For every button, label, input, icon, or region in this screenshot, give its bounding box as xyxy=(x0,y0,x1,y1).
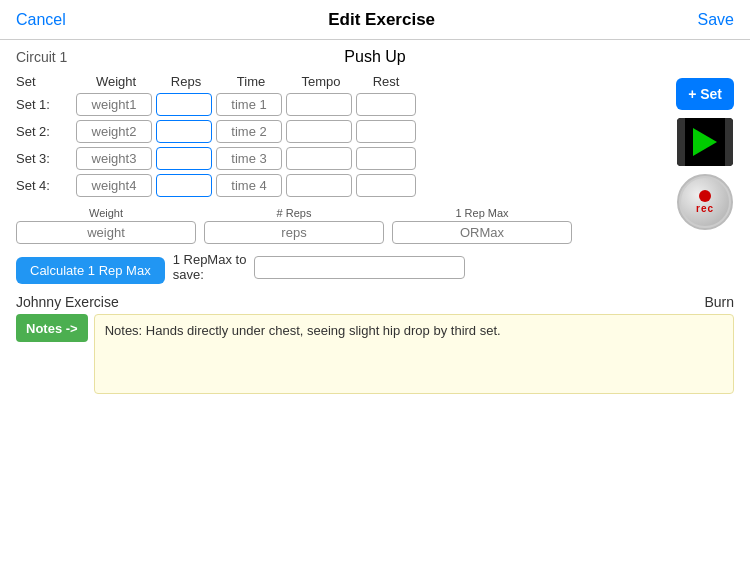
reps-input-4[interactable]: 15 xyxy=(156,174,212,197)
weight-input-2[interactable] xyxy=(76,120,152,143)
tempo-input-1[interactable] xyxy=(286,93,352,116)
right-controls: + Set rec xyxy=(666,74,734,284)
record-button[interactable]: rec xyxy=(677,174,733,230)
rest-input-3[interactable]: 60 xyxy=(356,147,416,170)
exercise-name: Push Up xyxy=(196,48,555,66)
notes-content: Notes: Hands directly under chest, seein… xyxy=(94,314,734,394)
play-icon xyxy=(693,128,717,156)
circuit-label: Circuit 1 xyxy=(16,49,196,65)
rec-label: rec xyxy=(696,203,714,214)
time-input-4[interactable] xyxy=(216,174,282,197)
weight-input-4[interactable] xyxy=(76,174,152,197)
time-input-3[interactable] xyxy=(216,147,282,170)
ormax-label: 1 Rep Max xyxy=(455,207,508,219)
film-strip-right xyxy=(725,118,733,166)
sub-header: Circuit 1 Push Up xyxy=(0,44,750,70)
col-header-tempo: Tempo xyxy=(286,74,356,89)
col-header-rest: Rest xyxy=(356,74,416,89)
reps-input-3[interactable]: 15 xyxy=(156,147,212,170)
col-header-time: Time xyxy=(216,74,286,89)
film-strip-left xyxy=(677,118,685,166)
user-name: Johnny Exercise xyxy=(16,294,119,310)
cancel-button[interactable]: Cancel xyxy=(16,11,66,29)
rest-input-2[interactable]: 60 xyxy=(356,120,416,143)
col-header-reps: Reps xyxy=(156,74,216,89)
row-label-1: Set 1: xyxy=(16,97,76,112)
row-label-2: Set 2: xyxy=(16,124,76,139)
calculate-1rep-max-button[interactable]: Calculate 1 Rep Max xyxy=(16,257,165,284)
exercise-table: Set Weight Reps Time Tempo Rest Set 1: 1… xyxy=(16,74,666,284)
col-header-set: Set xyxy=(16,74,76,89)
table-header: Set Weight Reps Time Tempo Rest xyxy=(16,74,666,89)
save-repmax-label: 1 RepMax to save: xyxy=(173,252,250,282)
reps-group: # Reps xyxy=(204,207,384,244)
tempo-input-3[interactable] xyxy=(286,147,352,170)
bottom-section: Johnny Exercise Burn Notes -> Notes: Han… xyxy=(0,288,750,398)
rep-max-section: Weight # Reps 1 Rep Max Calculate 1 Rep … xyxy=(16,207,666,284)
ormax-input[interactable] xyxy=(392,221,572,244)
tempo-input-2[interactable] xyxy=(286,120,352,143)
reps-input-2[interactable]: 15 xyxy=(156,120,212,143)
rest-input-4[interactable]: 60 xyxy=(356,174,416,197)
row-label-3: Set 3: xyxy=(16,151,76,166)
play-video-button[interactable] xyxy=(677,118,733,166)
save-button[interactable]: Save xyxy=(698,11,734,29)
rep-max-weight-input[interactable] xyxy=(16,221,196,244)
notes-button[interactable]: Notes -> xyxy=(16,314,88,342)
weight-input-3[interactable] xyxy=(76,147,152,170)
burn-label: Burn xyxy=(704,294,734,310)
time-input-1[interactable] xyxy=(216,93,282,116)
row-label-4: Set 4: xyxy=(16,178,76,193)
weight-input-1[interactable] xyxy=(76,93,152,116)
reps-input-1[interactable]: 15 xyxy=(156,93,212,116)
header: Cancel Edit Exercise Save xyxy=(0,0,750,40)
table-row: Set 1: 15 60 xyxy=(16,93,666,116)
reps-label: # Reps xyxy=(277,207,312,219)
save-repmax-row: 1 RepMax to save: 0 xyxy=(173,252,465,282)
ormax-group: 1 Rep Max xyxy=(392,207,572,244)
main-content: Set Weight Reps Time Tempo Rest Set 1: 1… xyxy=(0,70,750,288)
add-set-button[interactable]: + Set xyxy=(676,78,734,110)
table-row: Set 2: 15 60 xyxy=(16,120,666,143)
rest-input-1[interactable]: 60 xyxy=(356,93,416,116)
table-row: Set 3: 15 60 xyxy=(16,147,666,170)
rec-dot-icon xyxy=(699,190,711,202)
time-input-2[interactable] xyxy=(216,120,282,143)
save-repmax-input[interactable]: 0 xyxy=(254,256,465,279)
tempo-input-4[interactable] xyxy=(286,174,352,197)
weight-group: Weight xyxy=(16,207,196,244)
col-header-weight: Weight xyxy=(76,74,156,89)
weight-label: Weight xyxy=(89,207,123,219)
header-title: Edit Exercise xyxy=(328,10,435,30)
rec-circle: rec xyxy=(681,178,729,226)
rep-max-reps-input[interactable] xyxy=(204,221,384,244)
table-row: Set 4: 15 60 xyxy=(16,174,666,197)
notes-row: Notes -> Notes: Hands directly under che… xyxy=(16,314,734,394)
bottom-info-row: Johnny Exercise Burn xyxy=(16,294,734,310)
